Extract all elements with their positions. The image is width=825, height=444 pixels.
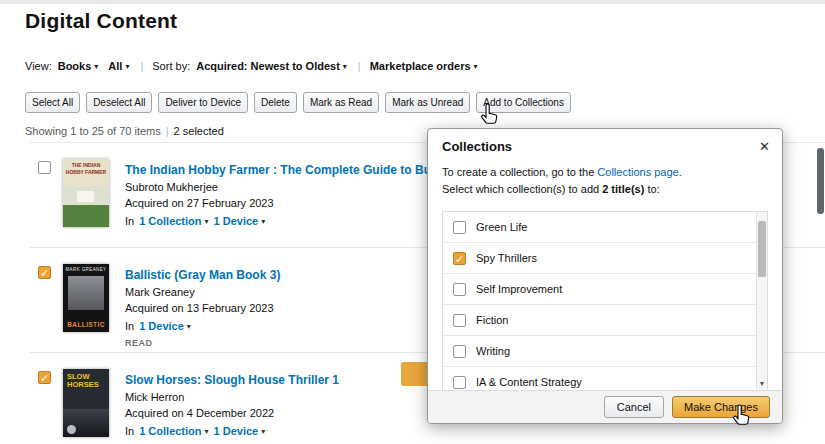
status-separator: | bbox=[166, 125, 169, 137]
caret-down-icon: ▾ bbox=[125, 62, 129, 71]
select-all-button[interactable]: Select All bbox=[25, 92, 80, 113]
cover-title-text: BALLISTIC bbox=[63, 321, 109, 328]
marketplace-orders-dropdown[interactable]: Marketplace orders▾ bbox=[370, 60, 478, 72]
select-collections-instruction: Select which collection(s) to add 2 titl… bbox=[442, 181, 768, 198]
check-icon: ✓ bbox=[454, 253, 465, 265]
caret-down-icon: ▾ bbox=[261, 217, 265, 226]
results-status: Showing 1 to 25 of 70 items|2 selected bbox=[25, 125, 224, 137]
collections-count-dropdown[interactable]: 1 Collection▾ bbox=[139, 215, 208, 227]
mark-as-unread-button[interactable]: Mark as Unread bbox=[385, 92, 470, 113]
collections-modal: Collections ✕ To create a collection, go… bbox=[427, 128, 783, 424]
modal-header: Collections ✕ bbox=[428, 129, 782, 156]
view-books-dropdown[interactable]: Books▾ bbox=[58, 60, 99, 72]
collections-page-link[interactable]: Collections page bbox=[597, 166, 678, 178]
collection-item[interactable]: Writing bbox=[443, 336, 767, 367]
collection-item[interactable]: Fiction bbox=[443, 305, 767, 336]
devices-count-dropdown[interactable]: 1 Device▾ bbox=[214, 425, 266, 437]
cancel-button[interactable]: Cancel bbox=[604, 396, 664, 418]
book-cover[interactable]: THE INDIAN HOBBY FARMER bbox=[63, 159, 109, 227]
modal-footer: Cancel Make Changes bbox=[428, 390, 782, 423]
collection-name: Green Life bbox=[476, 221, 527, 233]
delete-button[interactable]: Delete bbox=[254, 92, 297, 113]
collection-item[interactable]: IA & Content Strategy bbox=[443, 367, 767, 391]
in-label: In bbox=[125, 215, 134, 227]
book-title-link[interactable]: Ballistic (Gray Man Book 3) bbox=[125, 268, 280, 282]
collection-checkbox[interactable] bbox=[453, 283, 466, 296]
sort-by-label: Sort by: bbox=[152, 60, 190, 72]
devices-count-dropdown[interactable]: 1 Device▾ bbox=[139, 320, 191, 332]
digital-content-page: Digital Content View: Books▾ All▾ | Sort… bbox=[0, 0, 825, 444]
collection-name: Fiction bbox=[476, 314, 508, 326]
row-checkbox[interactable]: ✓ bbox=[38, 266, 51, 279]
check-icon: ✓ bbox=[39, 267, 50, 279]
mark-as-read-button[interactable]: Mark as Read bbox=[303, 92, 379, 113]
collection-name: Writing bbox=[476, 345, 510, 357]
collection-name: Self Improvement bbox=[476, 283, 562, 295]
acquired-date: Acquired on 13 February 2023 bbox=[125, 302, 280, 314]
row-checkbox[interactable]: ✓ bbox=[38, 371, 51, 384]
collection-checkbox[interactable] bbox=[453, 345, 466, 358]
page-top-edge bbox=[0, 0, 825, 4]
collection-checkbox[interactable] bbox=[453, 376, 466, 389]
book-author: Mick Herron bbox=[125, 391, 339, 403]
list-scrollbar-thumb[interactable] bbox=[758, 221, 766, 277]
make-changes-button[interactable]: Make Changes bbox=[672, 396, 770, 418]
book-cover[interactable]: MARK GREANEY BALLISTIC bbox=[63, 264, 109, 332]
book-meta: In 1 Collection▾ 1 Device▾ bbox=[125, 425, 339, 437]
deselect-all-button[interactable]: Deselect All bbox=[86, 92, 152, 113]
collection-item[interactable]: Green Life bbox=[443, 212, 767, 243]
cover-art bbox=[63, 205, 109, 227]
cover-title-text: THE INDIAN HOBBY FARMER bbox=[63, 159, 109, 175]
book-cover[interactable]: SLOW HORSES bbox=[63, 369, 109, 437]
collection-checkbox[interactable] bbox=[453, 314, 466, 327]
devices-count-dropdown[interactable]: 1 Device▾ bbox=[214, 215, 266, 227]
cover-author-text: MARK GREANEY bbox=[63, 264, 109, 272]
in-label: In bbox=[125, 425, 134, 437]
read-status-badge: READ bbox=[125, 338, 280, 348]
collection-item[interactable]: ✓ Spy Thrillers bbox=[443, 243, 767, 274]
caret-down-icon: ▾ bbox=[187, 322, 191, 331]
close-icon[interactable]: ✕ bbox=[759, 140, 770, 153]
book-meta: In 1 Device▾ bbox=[125, 320, 280, 332]
collection-checkbox[interactable]: ✓ bbox=[453, 252, 466, 265]
selected-titles-count: 2 title(s) bbox=[602, 183, 644, 195]
caret-down-icon: ▾ bbox=[261, 427, 265, 436]
book-info: Slow Horses: Slough House Thriller 1 Mic… bbox=[125, 373, 339, 437]
cover-art bbox=[67, 425, 76, 434]
modal-intro: To create a collection, go to the Collec… bbox=[428, 156, 782, 197]
obscured-element-fragment bbox=[401, 362, 429, 386]
caret-down-icon: ▾ bbox=[474, 62, 478, 71]
acquired-date: Acquired on 4 December 2022 bbox=[125, 407, 339, 419]
caret-down-icon: ▾ bbox=[94, 62, 98, 71]
deliver-to-device-button[interactable]: Deliver to Device bbox=[158, 92, 248, 113]
book-author: Mark Greaney bbox=[125, 286, 280, 298]
cover-title-text: SLOW HORSES bbox=[63, 369, 97, 390]
collection-name: IA & Content Strategy bbox=[476, 376, 582, 388]
sort-dropdown[interactable]: Acquired: Newest to Oldest▾ bbox=[196, 60, 347, 72]
cover-art bbox=[77, 191, 94, 202]
filter-separator: | bbox=[140, 60, 143, 72]
row-checkbox[interactable] bbox=[38, 161, 51, 174]
collection-item[interactable]: Self Improvement bbox=[443, 274, 767, 305]
collection-name: Spy Thrillers bbox=[476, 252, 537, 264]
list-scrollbar[interactable]: ▼ bbox=[756, 212, 767, 390]
page-scrollbar-thumb[interactable] bbox=[817, 148, 824, 214]
view-all-dropdown[interactable]: All▾ bbox=[108, 60, 129, 72]
filter-bar: View: Books▾ All▾ | Sort by: Acquired: N… bbox=[25, 60, 488, 72]
in-label: In bbox=[125, 320, 134, 332]
caret-down-icon: ▾ bbox=[205, 217, 209, 226]
scroll-down-icon[interactable]: ▼ bbox=[757, 377, 767, 390]
bulk-actions-toolbar: Select All Deselect All Deliver to Devic… bbox=[25, 92, 571, 113]
selected-count: 2 selected bbox=[174, 125, 224, 137]
collections-count-dropdown[interactable]: 1 Collection▾ bbox=[139, 425, 208, 437]
page-title: Digital Content bbox=[25, 9, 177, 33]
add-to-collections-button[interactable]: Add to Collections bbox=[476, 92, 571, 113]
caret-down-icon: ▾ bbox=[343, 62, 347, 71]
modal-title: Collections bbox=[442, 139, 512, 154]
create-collection-hint: To create a collection, go to the Collec… bbox=[442, 164, 768, 181]
book-title-link[interactable]: Slow Horses: Slough House Thriller 1 bbox=[125, 373, 339, 387]
collection-list: Green Life ✓ Spy Thrillers Self Improvem… bbox=[442, 211, 768, 391]
caret-down-icon: ▾ bbox=[205, 427, 209, 436]
collection-checkbox[interactable] bbox=[453, 221, 466, 234]
view-label: View: bbox=[25, 60, 52, 72]
